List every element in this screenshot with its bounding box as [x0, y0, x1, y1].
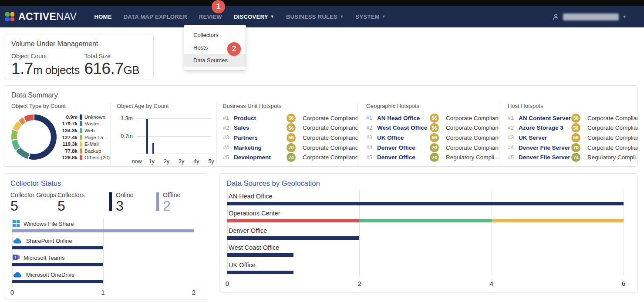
user-icon: [552, 13, 560, 20]
collector-chart-row: Windows File Share: [12, 218, 194, 235]
object-count-stat: Object Count 1.7m objects: [11, 53, 84, 78]
nav-item-business-rules[interactable]: BUSINESS RULES▼: [286, 13, 344, 20]
legend-row: 77.8kBackup: [60, 148, 110, 154]
geolocation-row-label: UK Office: [227, 259, 624, 271]
age-bar: [146, 119, 148, 154]
collector-stats: Collector Groups 5 Collectors 5 Online 3…: [10, 191, 201, 214]
hotspot-rule-label: Corporate Compliance: [442, 115, 499, 121]
geolocation-bar-chart: AN Head Office Operations Center Denver …: [226, 191, 631, 287]
gridline: [137, 118, 211, 119]
legend-swatch: [80, 155, 82, 160]
nav-item-label: REVIEW: [199, 13, 222, 20]
host-hotspots-header: Host Hotspots: [508, 103, 637, 109]
score-badge: 70: [571, 143, 580, 152]
x-tick: 2: [357, 280, 361, 287]
score-badge: 56: [571, 114, 580, 123]
nav-item-label: DISCOVERY: [234, 13, 268, 20]
hotspot-rule-label: Corporate Compliance: [299, 154, 357, 161]
collector-chart-row: SharePoint Online: [12, 235, 194, 252]
hotspot-name-link[interactable]: Denver File Server: [519, 144, 571, 151]
nav-item-home[interactable]: HOME: [94, 13, 111, 20]
brand-squares-icon: [5, 12, 14, 21]
hotspot-row: #3UK Server56Corporate Compliance: [508, 133, 637, 143]
gridline: [194, 218, 194, 286]
hotspot-rule-label: Corporate Compliance: [584, 115, 637, 121]
hotspot-name-link[interactable]: Marketing: [234, 144, 287, 151]
hotspot-name-link[interactable]: AN Content Server: [519, 115, 571, 121]
offline-stat: Offline 2: [156, 191, 180, 214]
hotspot-name-link[interactable]: Azure Storage 3: [519, 124, 571, 131]
hotspot-row: #5Development74Corporate Compliance: [223, 152, 357, 162]
business-unit-hotspots-panel: Business Unit Hotspots #1Product56Corpor…: [216, 103, 357, 164]
hotspot-row: #2Azure Storage 356Corporate Compliance: [508, 123, 637, 133]
legend-swatch: [80, 148, 82, 154]
hotspot-name-link[interactable]: AN Head Office: [377, 115, 430, 121]
y-tick: 1.3m: [121, 115, 133, 121]
dropdown-item-data-sources[interactable]: Data Sources: [184, 54, 246, 67]
age-bar: [152, 143, 154, 154]
hotspot-name-link[interactable]: Development: [234, 154, 287, 161]
hotspot-rank: #3: [508, 134, 519, 141]
hotspot-name-link[interactable]: Partners: [234, 134, 287, 141]
geolocation-bar: [227, 236, 624, 240]
host-hotspots-panel: Host Hotspots #1AN Content Server56Corpo…: [499, 103, 637, 164]
collectors-stat: Collectors 5: [57, 191, 109, 214]
geolocation-bar-segment: [359, 219, 491, 222]
nav-item-label: HOME: [94, 13, 111, 20]
nav-item-data-map-explorer[interactable]: DATA MAP EXPLORER: [124, 13, 187, 20]
score-badge: 70: [430, 143, 439, 152]
dropdown-item-collectors[interactable]: Collectors: [184, 29, 246, 41]
hotspot-name-link[interactable]: UK Server: [519, 134, 571, 141]
hotspot-rank: #1: [366, 115, 377, 121]
annotation-badge-2: 2: [227, 42, 241, 56]
hotspot-rule-label: Corporate Compliance: [442, 124, 499, 131]
collector-status-card: Collector Status Collector Groups 5 Coll…: [4, 173, 207, 299]
hotspot-rule-label: Regulatory Compli...: [442, 154, 499, 161]
hotspot-rank: #5: [223, 154, 234, 161]
legend-row: 127.4kPage La...: [60, 134, 110, 141]
hotspot-rule-label: Corporate Compliance: [299, 115, 357, 121]
online-stat-bar: [109, 192, 112, 211]
hotspot-rule-label: Corporate Compliance: [299, 124, 357, 131]
hotspot-rank: #5: [366, 154, 377, 161]
legend-row: 179.7kRaster ...: [60, 121, 110, 128]
hotspot-rank: #3: [366, 134, 377, 141]
geolocation-row: AN Head Office: [227, 191, 624, 208]
sharepoint-cloud-icon: [13, 238, 22, 244]
nav-item-label: DATA MAP EXPLORER: [124, 13, 187, 20]
nav-item-review[interactable]: REVIEW: [199, 13, 222, 20]
geographic-hotspots-panel: Geographic Hotspots #1AN Head Office56Co…: [357, 103, 499, 164]
geolocation-row: Denver Office: [227, 225, 624, 242]
score-badge: 56: [571, 123, 580, 132]
hotspot-name-link[interactable]: Denver Office: [377, 154, 430, 161]
hotspot-name-link[interactable]: UK Office: [377, 134, 430, 141]
hotspot-name-link[interactable]: Denver File Server: [519, 154, 571, 161]
online-stat: Online 3: [109, 191, 156, 214]
nav-item-system[interactable]: SYSTEM▼: [356, 13, 386, 20]
activenav-logo[interactable]: ACTIVENAV: [5, 11, 77, 23]
legend-row: 119.3kE-Mail: [60, 141, 110, 148]
nav-item-discovery[interactable]: DISCOVERY▼: [234, 13, 274, 20]
hotspot-rule-label: Corporate Compliance: [299, 134, 357, 141]
score-badge: 56: [571, 133, 580, 142]
score-badge: 70: [287, 143, 296, 152]
hotspot-name-link[interactable]: Sales: [234, 124, 287, 131]
hotspot-rank: #4: [223, 144, 234, 151]
object-age-bar-chart: 1.3m 0.7m now 1y 2y 3y 4y 5y: [117, 113, 216, 164]
hotspot-rule-label: Regulatory Compli...: [584, 154, 637, 161]
x-tick: now: [132, 158, 142, 164]
hotspot-name-link[interactable]: Denver Office: [377, 144, 430, 151]
age-plot-area: [137, 118, 211, 154]
x-tick: 5y: [208, 158, 214, 164]
stat-label: Offline: [163, 191, 180, 198]
hotspot-row: #5Denver File Server74Regulatory Compli.…: [508, 152, 637, 162]
geolocation-bar-segment: [227, 271, 293, 274]
object-age-panel: Object Age by Count 1.3m 0.7m now 1y 2y …: [110, 103, 216, 164]
hotspot-rule-label: Corporate Compliance: [442, 144, 499, 151]
hotspot-name-link[interactable]: West Coast Office: [377, 124, 430, 131]
user-menu[interactable]: [563, 13, 619, 20]
stat-value: 5: [57, 198, 84, 214]
hotspot-name-link[interactable]: Product: [234, 115, 287, 121]
windows-icon: [13, 220, 20, 227]
chevron-down-icon: ▼: [270, 15, 274, 19]
